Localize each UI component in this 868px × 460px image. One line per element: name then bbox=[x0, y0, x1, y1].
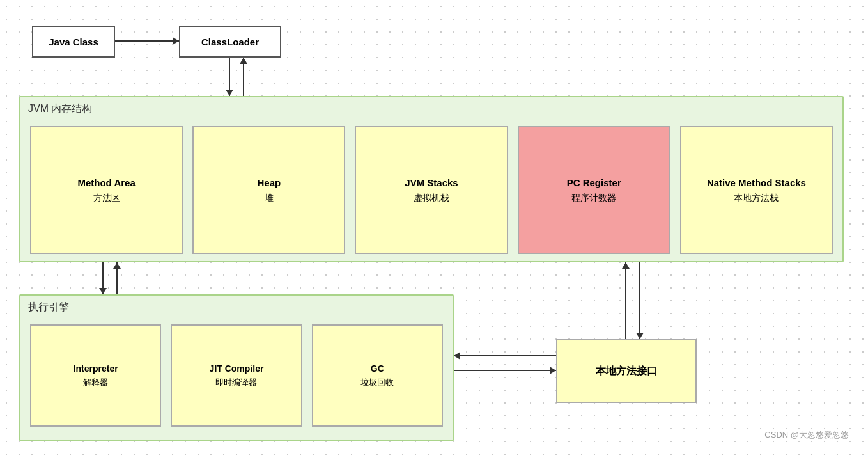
java-class-label: Java Class bbox=[49, 36, 98, 47]
jvm-section-label: JVM 内存结构 bbox=[28, 102, 92, 116]
gc-box: GC 垃圾回收 bbox=[312, 324, 443, 427]
jit-compiler-box: JIT Compiler 即时编译器 bbox=[171, 324, 302, 427]
interpreter-zh: 解释器 bbox=[83, 376, 108, 390]
native-method-stacks-en: Native Method Stacks bbox=[707, 175, 806, 191]
arrow-java-to-classloader bbox=[115, 40, 179, 42]
watermark: CSDN @大忽悠爱忽悠 bbox=[764, 429, 849, 441]
pc-register-box: PC Register 程序计数器 bbox=[518, 126, 670, 254]
method-area-en: Method Area bbox=[77, 175, 135, 191]
jvm-stacks-zh: 虚拟机栈 bbox=[414, 191, 449, 205]
heap-en: Heap bbox=[257, 175, 281, 191]
pc-register-zh: 程序计数器 bbox=[571, 191, 616, 205]
gc-zh: 垃圾回收 bbox=[360, 376, 394, 390]
jit-compiler-zh: 即时编译器 bbox=[215, 376, 257, 390]
method-area-zh: 方法区 bbox=[93, 191, 120, 205]
arrow-native-to-jvm-up bbox=[625, 262, 626, 339]
java-class-box: Java Class bbox=[32, 26, 115, 58]
classloader-box: ClassLoader bbox=[179, 26, 281, 58]
native-method-stacks-zh: 本地方法栈 bbox=[734, 191, 779, 205]
heap-zh: 堆 bbox=[265, 191, 274, 205]
interpreter-en: Interpreter bbox=[74, 361, 118, 376]
jvm-stacks-en: JVM Stacks bbox=[405, 175, 458, 191]
exec-outer-box: 执行引擎 Interpreter 解释器 JIT Compiler 即时编译器 … bbox=[19, 294, 454, 441]
arrow-classloader-down bbox=[229, 58, 230, 96]
arrow-jvm-to-exec-down bbox=[102, 262, 104, 294]
interpreter-box: Interpreter 解释器 bbox=[30, 324, 161, 427]
jit-compiler-en: JIT Compiler bbox=[210, 361, 264, 376]
jvm-outer-box: JVM 内存结构 Method Area 方法区 Heap 堆 JVM Stac… bbox=[19, 96, 844, 262]
method-area-box: Method Area 方法区 bbox=[30, 126, 183, 254]
heap-box: Heap 堆 bbox=[192, 126, 345, 254]
exec-boxes-container: Interpreter 解释器 JIT Compiler 即时编译器 GC 垃圾… bbox=[30, 324, 443, 427]
arrow-jvm-to-native-down bbox=[639, 262, 640, 339]
arrow-jvm-to-classloader-up bbox=[243, 58, 244, 96]
pc-register-en: PC Register bbox=[567, 175, 621, 191]
gc-en: GC bbox=[371, 361, 384, 376]
arrow-exec-to-jvm-up bbox=[116, 262, 118, 294]
native-interface-label: 本地方法接口 bbox=[596, 365, 657, 378]
jvm-stacks-box: JVM Stacks 虚拟机栈 bbox=[355, 126, 508, 254]
diagram-container: Java Class ClassLoader JVM 内存结构 Method A… bbox=[13, 13, 855, 447]
exec-section-label: 执行引擎 bbox=[28, 301, 69, 314]
classloader-label: ClassLoader bbox=[201, 36, 259, 47]
memory-boxes-container: Method Area 方法区 Heap 堆 JVM Stacks 虚拟机栈 P… bbox=[30, 126, 833, 254]
native-method-stacks-box: Native Method Stacks 本地方法栈 bbox=[680, 126, 833, 254]
arrow-exec-to-native bbox=[454, 370, 556, 371]
arrow-native-to-exec bbox=[454, 355, 556, 356]
native-interface-box: 本地方法接口 bbox=[556, 339, 697, 403]
